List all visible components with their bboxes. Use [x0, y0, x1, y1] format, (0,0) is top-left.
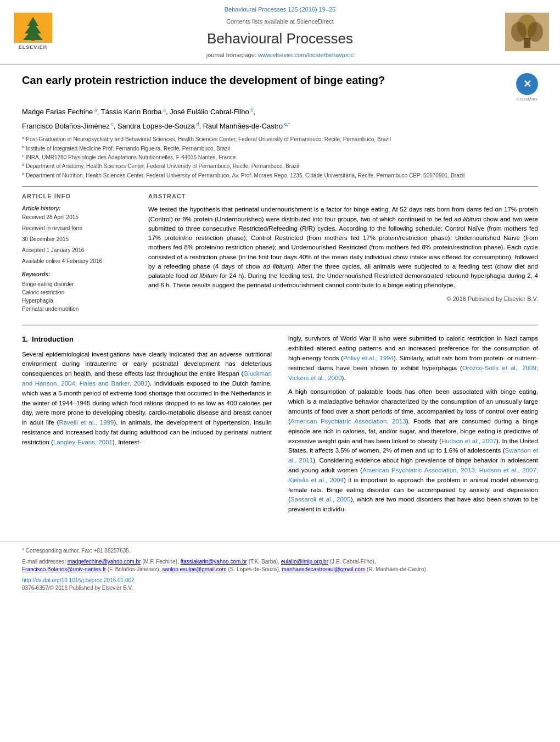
ref-swanson[interactable]: Swanson et al., 2011 — [288, 447, 538, 464]
abstract-text: We tested the hypothesis that perinatal … — [148, 205, 538, 290]
body-col-left: 1. Introduction Several epidemiological … — [22, 334, 272, 519]
article-content: Can early protein restriction induce the… — [0, 65, 560, 530]
journal-header: ELSEVIER Behavioural Processes 125 (2016… — [0, 0, 560, 65]
abstract-col: ABSTRACT We tested the hypothesis that p… — [148, 192, 538, 314]
homepage-label: journal homepage: — [206, 52, 256, 58]
authors-line1: Madge Farias Fechine a, Tássia Karin Bor… — [22, 107, 538, 118]
info-abstract-section: ARTICLE INFO Article history: Received 2… — [22, 192, 538, 314]
ref-orozco[interactable]: Orozco-Solís et al., 2009; Vickers et al… — [288, 365, 538, 381]
email4-name: (F. Bolaños-Jiménez), — [108, 566, 161, 572]
contents-label: Contents lists available at ScienceDirec… — [226, 18, 334, 25]
crossmark-label: CrossMark — [516, 96, 538, 102]
svg-rect-7 — [524, 38, 530, 48]
author3-name: José Eulálio Cabral-Filho — [170, 108, 249, 116]
ref-ravelli[interactable]: Ravelli et al., 1999 — [59, 419, 114, 426]
body-section: 1. Introduction Several epidemiological … — [22, 325, 538, 519]
citation-link[interactable]: Behavioural Processes 125 (2016) 19–25 — [225, 6, 335, 13]
article-info-heading: ARTICLE INFO — [22, 192, 132, 200]
email-label: E-mail addresses: — [22, 559, 66, 565]
email3-name: (J.E. Cabral-Filho), — [330, 559, 376, 565]
sciencedirect-link-line: Contents lists available at ScienceDirec… — [55, 16, 505, 26]
ref-apa2013[interactable]: American Psychiatric Association, 2013 — [290, 418, 406, 425]
body-col-right: ingly, survivors of World War II who wer… — [288, 334, 538, 519]
header-center: Behavioural Processes 125 (2016) 19–25 C… — [55, 4, 505, 59]
homepage-url[interactable]: www.elsevier.com/locate/behavproc — [258, 52, 354, 58]
ref-polivy[interactable]: Polivy et al., 1994 — [343, 355, 394, 361]
received-revised-label: Received in revised form — [22, 225, 132, 232]
section-divider — [22, 186, 538, 187]
issn-line: 0376-6357/© 2016 Published by Elsevier B… — [22, 584, 538, 592]
email1-name: (M.F. Fechine), — [142, 559, 179, 565]
section1-number: 1. — [22, 335, 28, 343]
email6-link[interactable]: manhaesdecastroraul@gmail.com — [282, 566, 365, 572]
body-two-col: 1. Introduction Several epidemiological … — [22, 334, 538, 519]
email2-name: (T.K. Barba), — [249, 559, 279, 565]
journal-title: Behavioural Processes — [55, 29, 505, 48]
ref-sassaroli[interactable]: Sassaroli et al., 2005 — [290, 496, 351, 503]
email4-link[interactable]: Francisco.Bolanos@univ-nantes.fr — [22, 566, 106, 572]
received-revised-date: 30 December 2015 — [22, 236, 132, 243]
author2-name: Tássia Karin Borba — [101, 108, 162, 116]
ref-langley[interactable]: Langley-Evans, 2001 — [53, 439, 113, 445]
ref-gluckman[interactable]: Gluckman and Hanson, 2004; Hales and Bar… — [22, 370, 272, 387]
body-col1-p1: Several epidemiological investigations h… — [22, 350, 272, 448]
issn-text: 0376-6357/© 2016 Published by Elsevier B… — [22, 585, 133, 591]
elsevier-logo: ELSEVIER — [11, 13, 55, 51]
affil-b: b Institute of Integrated Medicine Prof.… — [22, 144, 538, 153]
article-title: Can early protein restriction induce the… — [22, 73, 511, 87]
email6-name: (R. Manhães-de-Castro). — [367, 566, 428, 572]
accepted-text: Accepted 1 January 2016 — [22, 247, 132, 254]
keywords-label: Keywords: — [22, 271, 132, 278]
author6-sup: e,* — [283, 121, 290, 127]
author4-sup: c — [110, 121, 114, 127]
email5-name: (S. Lopes-de-Souza), — [228, 566, 280, 572]
page-wrapper: ELSEVIER Behavioural Processes 125 (2016… — [0, 0, 560, 742]
affil-c: c INRA, UMR1280 Physiologie des Adaptati… — [22, 153, 538, 161]
email5-link[interactable]: sanlop esulpe@gmail.com — [162, 566, 226, 572]
doi-link[interactable]: http://dx.doi.org/10.1016/j.beproc.2016.… — [22, 577, 135, 583]
author2-sup: a — [161, 107, 166, 113]
doi-line: http://dx.doi.org/10.1016/j.beproc.2016.… — [22, 577, 538, 584]
journal-citation: Behavioural Processes 125 (2016) 19–25 — [55, 4, 505, 14]
history-label: Article history: — [22, 205, 132, 213]
body-col2-p1: ingly, survivors of World War II who wer… — [288, 334, 538, 383]
ref-apa-hudson[interactable]: American Psychiatric Association, 2013; … — [288, 467, 538, 483]
journal-homepage: journal homepage: www.elsevier.com/locat… — [55, 51, 505, 59]
article-info-col: ARTICLE INFO Article history: Received 2… — [22, 192, 132, 314]
section1-heading: Introduction — [32, 335, 74, 343]
body-col2-p2: A high consumption of palatable foods ha… — [288, 387, 538, 515]
elsevier-tree-icon — [16, 15, 49, 41]
section1-title: 1. Introduction — [22, 334, 272, 345]
affil-e: e Department of Nutrition, Health Scienc… — [22, 171, 538, 180]
email2-link[interactable]: ftassiakarin@yahoo.com.br — [181, 559, 247, 565]
email3-link[interactable]: eulalio@imip.org.br — [281, 559, 328, 565]
keyword-2: Caloric restriction — [22, 289, 132, 297]
keyword-1: Binge eating disorder — [22, 281, 132, 288]
crossmark-container: ✕ CrossMark — [516, 73, 538, 102]
ref-hudson2007[interactable]: Hudson et al., 2007 — [441, 438, 496, 444]
email1-link[interactable]: madgefechine@yahoo.com.br — [68, 559, 141, 565]
author5-sup: d — [195, 121, 199, 127]
author1-sup: a — [93, 107, 97, 113]
abstract-heading: ABSTRACT — [148, 192, 538, 200]
affil-a: a Post-Graduation in Neuropsychiatry and… — [22, 135, 538, 143]
crossmark-icon[interactable]: ✕ — [516, 73, 538, 95]
footnote-corresponding: * Corresponding author. Fax: +81 8825763… — [22, 547, 538, 555]
header-image-icon — [505, 13, 549, 51]
svg-rect-2 — [31, 39, 35, 41]
title-row: Can early protein restriction induce the… — [22, 73, 538, 102]
corresponding-note: * Corresponding author. Fax: +81 8825763… — [22, 548, 131, 554]
available-text: Available online 4 February 2016 — [22, 258, 132, 265]
elsevier-logo-box — [14, 13, 52, 43]
keywords-section: Keywords: Binge eating disorder Caloric … — [22, 271, 132, 313]
author4-name: Francisco Bolaños-Jiménez — [22, 122, 110, 130]
author1-name: Madge Farias Fechine — [22, 108, 93, 116]
author6-name: Raul Manhães-de-Castro — [203, 122, 283, 130]
affiliations: a Post-Graduation in Neuropsychiatry and… — [22, 135, 538, 180]
received-text: Received 28 April 2015 — [22, 214, 132, 221]
footnote-emails: E-mail addresses: madgefechine@yahoo.com… — [22, 558, 538, 573]
elsevier-text: ELSEVIER — [19, 44, 48, 51]
author3-sup: b — [249, 107, 254, 113]
author5-name: Sandra Lopes-de-Souza — [117, 122, 195, 130]
copyright-line: © 2016 Published by Elsevier B.V. — [148, 295, 538, 303]
